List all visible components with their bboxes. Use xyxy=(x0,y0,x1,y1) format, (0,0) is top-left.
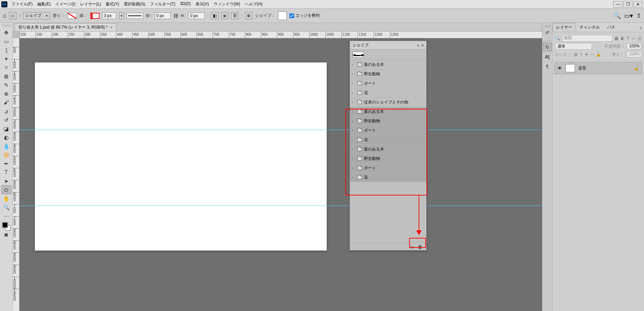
menu-イメージ[interactable]: イメージ(I) xyxy=(53,1,77,8)
document-tab[interactable]: 切り抜き用 1.psd @ 66.7% (レイヤー 3, RGB/8) * × xyxy=(15,23,116,31)
lock-all-icon[interactable]: 🔒 xyxy=(596,52,601,57)
shape-mode-dropdown[interactable]: シェイプ▾ xyxy=(23,12,50,19)
stroke-width-field[interactable] xyxy=(102,12,116,19)
opacity-field[interactable]: 100% xyxy=(627,43,641,49)
panel-menu-button[interactable]: ≡ xyxy=(638,25,644,32)
shape-folder-row[interactable]: ›野生動物 xyxy=(350,69,426,79)
shape-folder-row[interactable]: ›花 xyxy=(350,173,426,182)
magic-wand-tool[interactable]: ✦ xyxy=(1,54,11,63)
layer-thumbnail[interactable] xyxy=(566,64,575,72)
canvas-viewport[interactable]: シェイプ »≡ ◀▬▬▶ ›葉のある木›野生動物›ボート›花›従来のシェイプとそ… xyxy=(19,38,542,311)
color-swatches[interactable] xyxy=(2,222,10,230)
shape-folder-row[interactable]: ›葉のある木 xyxy=(350,107,426,116)
window-minimize-button[interactable]: — xyxy=(613,1,623,8)
stroke-width-dropdown[interactable]: ▾ xyxy=(119,12,124,19)
history-brush-tool[interactable]: ↺ xyxy=(1,116,11,124)
layer-filter-icons[interactable]: ▦◐T▱◫ xyxy=(614,36,641,41)
panel-grip[interactable] xyxy=(544,25,551,27)
new-group-button[interactable]: ▭ xyxy=(410,244,414,250)
panel-grip[interactable] xyxy=(2,24,11,27)
menu-ウィンドウ[interactable]: ウィンドウ(W) xyxy=(212,1,242,8)
gear-button[interactable]: ⚙ xyxy=(245,12,253,19)
stroke-swatch[interactable] xyxy=(90,13,100,19)
panel-menu-button[interactable]: ≡ xyxy=(421,43,424,48)
character-panel-icon[interactable]: A| xyxy=(543,52,552,61)
shape-folder-row[interactable]: ›ボート xyxy=(350,79,426,88)
path-arrangement-button[interactable]: ☰ xyxy=(231,12,238,19)
width-field[interactable] xyxy=(155,12,171,19)
tab-layers[interactable]: レイヤー xyxy=(552,23,576,32)
window-maximize-button[interactable]: ❐ xyxy=(623,1,633,8)
menu-レイヤー[interactable]: レイヤー(L) xyxy=(78,1,103,8)
search-icon[interactable]: 🔍 xyxy=(613,12,621,19)
layer-name[interactable]: 背景 xyxy=(578,65,586,71)
path-alignment-button[interactable]: ≣ xyxy=(221,12,228,19)
custom-shape-tool[interactable] xyxy=(1,185,11,194)
zoom-tool[interactable]: 🔍 xyxy=(1,203,11,212)
shape-folder-row[interactable]: ›葉のある木 xyxy=(350,144,426,154)
window-close-button[interactable]: ✕ xyxy=(633,1,643,8)
lock-transparency-icon[interactable]: ▦ xyxy=(574,52,578,57)
menu-表示[interactable]: 表示(V) xyxy=(194,1,211,8)
eraser-tool[interactable]: ◪ xyxy=(1,124,11,133)
shape-folder-row[interactable]: ›ボート xyxy=(350,126,426,135)
shape-folder-row[interactable]: ›葉のある木 xyxy=(350,60,426,69)
quick-mask-button[interactable]: ◙ xyxy=(1,230,11,239)
height-field[interactable] xyxy=(189,12,205,19)
workspace-switcher-button[interactable]: ▭▾ xyxy=(624,12,633,19)
frame-tool[interactable]: ⊠ xyxy=(1,72,11,81)
blur-tool[interactable]: 💧 xyxy=(1,142,11,150)
home-button[interactable]: ⌂ xyxy=(3,12,6,19)
shape-folder-row[interactable]: ›従来のシェイプとその他 xyxy=(350,97,426,107)
stroke-style-dropdown[interactable] xyxy=(126,13,143,19)
delete-button[interactable]: 🗑 xyxy=(418,244,422,250)
vertical-ruler[interactable]: 0501001502002503003504004505005506006507… xyxy=(13,38,19,311)
tab-paths[interactable]: パス xyxy=(603,23,619,32)
shape-folder-row[interactable]: ›野生動物 xyxy=(350,154,426,163)
layer-row[interactable]: 👁 背景 🔒 xyxy=(554,62,642,74)
visibility-toggle[interactable]: 👁 xyxy=(557,65,562,71)
brush-tool[interactable]: 🖌 xyxy=(1,98,11,107)
guide-line[interactable] xyxy=(19,206,542,206)
layer-filter-dropdown[interactable]: 種類 xyxy=(562,35,612,42)
lasso-tool[interactable]: ⟆ xyxy=(1,46,11,54)
properties-panel-icon[interactable]: ⇄ xyxy=(543,28,552,37)
tool-preset-picker[interactable] xyxy=(9,12,16,19)
shapes-panel-header[interactable]: シェイプ »≡ xyxy=(350,41,426,50)
align-edges-checkbox[interactable]: エッジを整列 xyxy=(289,13,320,18)
shape-folder-row[interactable]: ›ボート xyxy=(350,163,426,173)
dodge-tool[interactable]: 🔆 xyxy=(1,150,11,159)
guide-line[interactable] xyxy=(19,130,542,130)
link-wh-button[interactable]: ⛓ xyxy=(173,13,178,18)
paragraph-panel-icon[interactable]: ¶ xyxy=(543,62,552,71)
lock-pixels-icon[interactable]: ✎ xyxy=(580,52,583,57)
history-panel-icon[interactable]: ↻ xyxy=(543,43,552,51)
tab-channels[interactable]: チャンネル xyxy=(576,23,603,32)
menu-ヘルプ[interactable]: ヘルプ(H) xyxy=(243,1,265,8)
clone-stamp-tool[interactable]: ⊿ xyxy=(1,107,11,116)
fill-field[interactable]: 100% xyxy=(627,51,641,57)
close-tab-button[interactable]: × xyxy=(110,25,113,30)
marquee-tool[interactable]: ▭ xyxy=(1,37,11,46)
menu-フィルター[interactable]: フィルター(T) xyxy=(148,1,177,8)
shape-folder-row[interactable]: ›野生動物 xyxy=(350,116,426,126)
path-selection-tool[interactable]: ➤ xyxy=(1,177,11,185)
blend-mode-dropdown[interactable]: 通常 xyxy=(555,43,592,50)
lock-artboard-icon[interactable]: ▭ xyxy=(590,52,594,57)
menu-3d[interactable]: 3D(D) xyxy=(178,1,193,8)
panel-grip[interactable] xyxy=(544,40,551,42)
crop-tool[interactable]: ⌗ xyxy=(1,63,11,72)
pen-tool[interactable]: ✒ xyxy=(1,159,11,168)
move-tool[interactable]: ✥ xyxy=(1,28,11,37)
menu-編集[interactable]: 編集(E) xyxy=(35,1,53,8)
hand-tool[interactable]: ✋ xyxy=(1,194,11,203)
edit-toolbar-button[interactable]: ⋯ xyxy=(1,212,11,220)
shape-folder-row[interactable]: ›花 xyxy=(350,135,426,144)
menu-書式[interactable]: 書式(Y) xyxy=(104,1,121,8)
gradient-tool[interactable]: ◐ xyxy=(1,133,11,142)
collapse-panel-button[interactable]: » xyxy=(417,43,419,48)
lock-position-icon[interactable]: ✥ xyxy=(585,52,588,57)
menu-ファイル[interactable]: ファイル(F) xyxy=(9,1,35,8)
menu-選択範囲[interactable]: 選択範囲(S) xyxy=(122,1,147,8)
canvas[interactable] xyxy=(35,62,327,251)
